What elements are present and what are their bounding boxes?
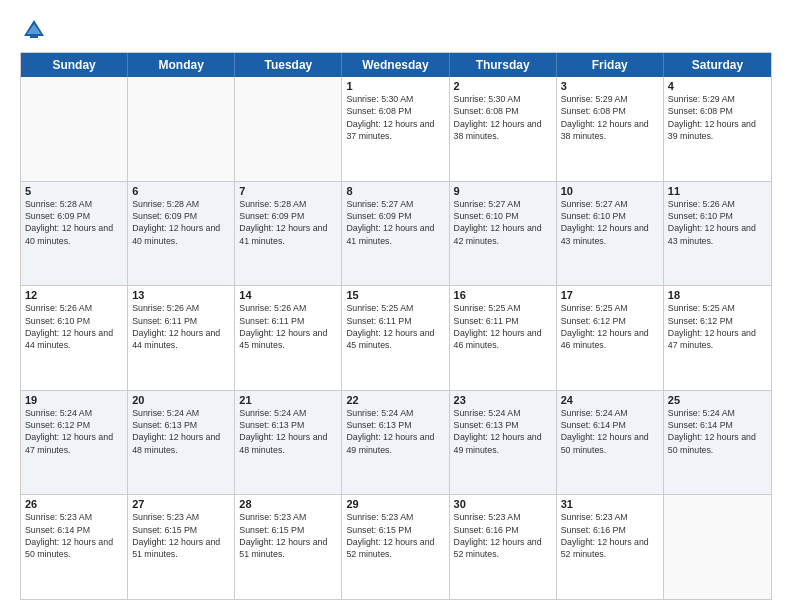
cell-date: 30 bbox=[454, 498, 552, 510]
cell-info: Sunrise: 5:30 AM Sunset: 6:08 PM Dayligh… bbox=[454, 93, 552, 142]
cell-date: 31 bbox=[561, 498, 659, 510]
cell-info: Sunrise: 5:25 AM Sunset: 6:11 PM Dayligh… bbox=[346, 302, 444, 351]
cell-info: Sunrise: 5:28 AM Sunset: 6:09 PM Dayligh… bbox=[25, 198, 123, 247]
calendar-cell: 12Sunrise: 5:26 AM Sunset: 6:10 PM Dayli… bbox=[21, 286, 128, 390]
calendar-cell: 20Sunrise: 5:24 AM Sunset: 6:13 PM Dayli… bbox=[128, 391, 235, 495]
calendar-cell: 17Sunrise: 5:25 AM Sunset: 6:12 PM Dayli… bbox=[557, 286, 664, 390]
calendar-cell: 14Sunrise: 5:26 AM Sunset: 6:11 PM Dayli… bbox=[235, 286, 342, 390]
cell-info: Sunrise: 5:29 AM Sunset: 6:08 PM Dayligh… bbox=[561, 93, 659, 142]
weekday-header-monday: Monday bbox=[128, 53, 235, 77]
cell-date: 28 bbox=[239, 498, 337, 510]
calendar-cell: 30Sunrise: 5:23 AM Sunset: 6:16 PM Dayli… bbox=[450, 495, 557, 599]
calendar-row-0: 1Sunrise: 5:30 AM Sunset: 6:08 PM Daylig… bbox=[21, 77, 771, 182]
cell-date: 24 bbox=[561, 394, 659, 406]
calendar-cell: 6Sunrise: 5:28 AM Sunset: 6:09 PM Daylig… bbox=[128, 182, 235, 286]
header bbox=[20, 16, 772, 44]
cell-date: 26 bbox=[25, 498, 123, 510]
calendar-cell: 11Sunrise: 5:26 AM Sunset: 6:10 PM Dayli… bbox=[664, 182, 771, 286]
cell-date: 7 bbox=[239, 185, 337, 197]
cell-info: Sunrise: 5:24 AM Sunset: 6:12 PM Dayligh… bbox=[25, 407, 123, 456]
cell-date: 11 bbox=[668, 185, 767, 197]
cell-date: 1 bbox=[346, 80, 444, 92]
cell-info: Sunrise: 5:25 AM Sunset: 6:12 PM Dayligh… bbox=[561, 302, 659, 351]
cell-info: Sunrise: 5:24 AM Sunset: 6:13 PM Dayligh… bbox=[454, 407, 552, 456]
cell-date: 10 bbox=[561, 185, 659, 197]
calendar-cell: 31Sunrise: 5:23 AM Sunset: 6:16 PM Dayli… bbox=[557, 495, 664, 599]
calendar-cell: 18Sunrise: 5:25 AM Sunset: 6:12 PM Dayli… bbox=[664, 286, 771, 390]
calendar-row-3: 19Sunrise: 5:24 AM Sunset: 6:12 PM Dayli… bbox=[21, 391, 771, 496]
cell-info: Sunrise: 5:25 AM Sunset: 6:11 PM Dayligh… bbox=[454, 302, 552, 351]
cell-date: 22 bbox=[346, 394, 444, 406]
cell-info: Sunrise: 5:23 AM Sunset: 6:16 PM Dayligh… bbox=[454, 511, 552, 560]
svg-rect-2 bbox=[30, 34, 38, 38]
calendar-cell: 10Sunrise: 5:27 AM Sunset: 6:10 PM Dayli… bbox=[557, 182, 664, 286]
cell-info: Sunrise: 5:24 AM Sunset: 6:14 PM Dayligh… bbox=[561, 407, 659, 456]
cell-date: 6 bbox=[132, 185, 230, 197]
calendar-cell: 28Sunrise: 5:23 AM Sunset: 6:15 PM Dayli… bbox=[235, 495, 342, 599]
calendar-row-1: 5Sunrise: 5:28 AM Sunset: 6:09 PM Daylig… bbox=[21, 182, 771, 287]
calendar-cell: 23Sunrise: 5:24 AM Sunset: 6:13 PM Dayli… bbox=[450, 391, 557, 495]
calendar: SundayMondayTuesdayWednesdayThursdayFrid… bbox=[20, 52, 772, 600]
cell-info: Sunrise: 5:23 AM Sunset: 6:15 PM Dayligh… bbox=[346, 511, 444, 560]
cell-info: Sunrise: 5:25 AM Sunset: 6:12 PM Dayligh… bbox=[668, 302, 767, 351]
calendar-cell: 19Sunrise: 5:24 AM Sunset: 6:12 PM Dayli… bbox=[21, 391, 128, 495]
cell-info: Sunrise: 5:23 AM Sunset: 6:14 PM Dayligh… bbox=[25, 511, 123, 560]
calendar-cell: 25Sunrise: 5:24 AM Sunset: 6:14 PM Dayli… bbox=[664, 391, 771, 495]
cell-date: 4 bbox=[668, 80, 767, 92]
calendar-cell: 3Sunrise: 5:29 AM Sunset: 6:08 PM Daylig… bbox=[557, 77, 664, 181]
cell-info: Sunrise: 5:28 AM Sunset: 6:09 PM Dayligh… bbox=[132, 198, 230, 247]
weekday-header-thursday: Thursday bbox=[450, 53, 557, 77]
calendar-cell: 27Sunrise: 5:23 AM Sunset: 6:15 PM Dayli… bbox=[128, 495, 235, 599]
calendar-header: SundayMondayTuesdayWednesdayThursdayFrid… bbox=[21, 53, 771, 77]
cell-info: Sunrise: 5:24 AM Sunset: 6:13 PM Dayligh… bbox=[132, 407, 230, 456]
cell-date: 17 bbox=[561, 289, 659, 301]
calendar-cell bbox=[21, 77, 128, 181]
cell-date: 12 bbox=[25, 289, 123, 301]
cell-date: 3 bbox=[561, 80, 659, 92]
weekday-header-sunday: Sunday bbox=[21, 53, 128, 77]
logo bbox=[20, 16, 52, 44]
calendar-cell bbox=[128, 77, 235, 181]
cell-info: Sunrise: 5:30 AM Sunset: 6:08 PM Dayligh… bbox=[346, 93, 444, 142]
calendar-cell: 16Sunrise: 5:25 AM Sunset: 6:11 PM Dayli… bbox=[450, 286, 557, 390]
cell-info: Sunrise: 5:26 AM Sunset: 6:11 PM Dayligh… bbox=[239, 302, 337, 351]
calendar-row-2: 12Sunrise: 5:26 AM Sunset: 6:10 PM Dayli… bbox=[21, 286, 771, 391]
cell-date: 13 bbox=[132, 289, 230, 301]
calendar-cell: 8Sunrise: 5:27 AM Sunset: 6:09 PM Daylig… bbox=[342, 182, 449, 286]
calendar-cell: 13Sunrise: 5:26 AM Sunset: 6:11 PM Dayli… bbox=[128, 286, 235, 390]
calendar-cell: 21Sunrise: 5:24 AM Sunset: 6:13 PM Dayli… bbox=[235, 391, 342, 495]
cell-date: 27 bbox=[132, 498, 230, 510]
calendar-cell: 9Sunrise: 5:27 AM Sunset: 6:10 PM Daylig… bbox=[450, 182, 557, 286]
cell-info: Sunrise: 5:27 AM Sunset: 6:10 PM Dayligh… bbox=[561, 198, 659, 247]
cell-info: Sunrise: 5:28 AM Sunset: 6:09 PM Dayligh… bbox=[239, 198, 337, 247]
calendar-cell: 29Sunrise: 5:23 AM Sunset: 6:15 PM Dayli… bbox=[342, 495, 449, 599]
cell-date: 8 bbox=[346, 185, 444, 197]
calendar-cell: 24Sunrise: 5:24 AM Sunset: 6:14 PM Dayli… bbox=[557, 391, 664, 495]
calendar-cell: 5Sunrise: 5:28 AM Sunset: 6:09 PM Daylig… bbox=[21, 182, 128, 286]
calendar-cell bbox=[664, 495, 771, 599]
cell-date: 9 bbox=[454, 185, 552, 197]
cell-date: 14 bbox=[239, 289, 337, 301]
calendar-cell: 15Sunrise: 5:25 AM Sunset: 6:11 PM Dayli… bbox=[342, 286, 449, 390]
calendar-cell bbox=[235, 77, 342, 181]
cell-info: Sunrise: 5:27 AM Sunset: 6:10 PM Dayligh… bbox=[454, 198, 552, 247]
weekday-header-tuesday: Tuesday bbox=[235, 53, 342, 77]
cell-date: 15 bbox=[346, 289, 444, 301]
cell-info: Sunrise: 5:26 AM Sunset: 6:10 PM Dayligh… bbox=[668, 198, 767, 247]
calendar-cell: 4Sunrise: 5:29 AM Sunset: 6:08 PM Daylig… bbox=[664, 77, 771, 181]
calendar-cell: 7Sunrise: 5:28 AM Sunset: 6:09 PM Daylig… bbox=[235, 182, 342, 286]
weekday-header-friday: Friday bbox=[557, 53, 664, 77]
cell-date: 20 bbox=[132, 394, 230, 406]
calendar-cell: 22Sunrise: 5:24 AM Sunset: 6:13 PM Dayli… bbox=[342, 391, 449, 495]
cell-date: 18 bbox=[668, 289, 767, 301]
cell-date: 19 bbox=[25, 394, 123, 406]
cell-info: Sunrise: 5:27 AM Sunset: 6:09 PM Dayligh… bbox=[346, 198, 444, 247]
cell-date: 29 bbox=[346, 498, 444, 510]
cell-info: Sunrise: 5:26 AM Sunset: 6:10 PM Dayligh… bbox=[25, 302, 123, 351]
weekday-header-saturday: Saturday bbox=[664, 53, 771, 77]
cell-info: Sunrise: 5:29 AM Sunset: 6:08 PM Dayligh… bbox=[668, 93, 767, 142]
cell-info: Sunrise: 5:24 AM Sunset: 6:13 PM Dayligh… bbox=[346, 407, 444, 456]
calendar-row-4: 26Sunrise: 5:23 AM Sunset: 6:14 PM Dayli… bbox=[21, 495, 771, 599]
calendar-body: 1Sunrise: 5:30 AM Sunset: 6:08 PM Daylig… bbox=[21, 77, 771, 599]
cell-info: Sunrise: 5:24 AM Sunset: 6:14 PM Dayligh… bbox=[668, 407, 767, 456]
